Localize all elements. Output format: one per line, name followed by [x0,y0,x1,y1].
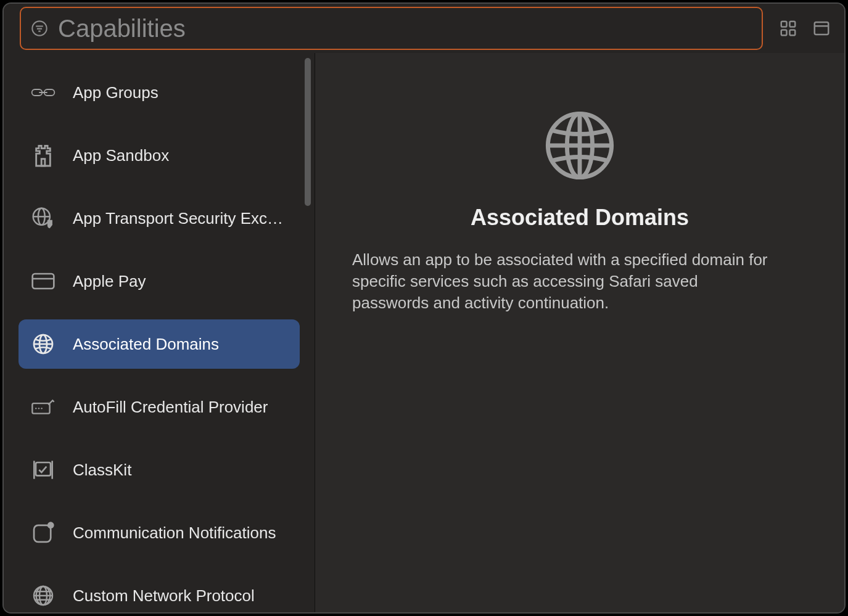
svg-rect-7 [790,30,796,36]
svg-point-25 [41,408,42,409]
classkit-icon [31,458,56,482]
svg-rect-26 [36,462,51,475]
sidebar-item-autofill-credential[interactable]: AutoFill Credential Provider [19,382,300,432]
capabilities-list[interactable]: App Groups App Sandbox [4,53,315,612]
grid-view-icon[interactable] [778,18,799,39]
svg-point-24 [38,408,39,409]
sidebar-item-label: Apple Pay [73,272,287,291]
panel-view-icon[interactable] [811,18,832,39]
detail-title: Associated Domains [471,205,689,231]
svg-rect-6 [781,30,787,36]
filter-icon [30,18,49,38]
svg-point-23 [35,408,36,409]
svg-rect-17 [33,274,54,289]
svg-rect-8 [815,22,829,35]
sidebar-item-label: App Transport Security Exce… [73,209,287,228]
sidebar-item-label: AutoFill Credential Provider [73,398,287,417]
credit-card-icon [31,269,56,294]
globe-icon [543,109,617,183]
svg-rect-13 [41,159,45,166]
notification-app-icon [31,520,56,545]
sidebar-container: App Groups App Sandbox [4,53,315,612]
svg-point-30 [47,522,54,528]
header-view-toggles [772,18,832,39]
header-bar [4,4,844,53]
globe-shield-icon [31,206,56,231]
sidebar-item-app-transport-security[interactable]: App Transport Security Exce… [19,194,300,243]
capabilities-window: App Groups App Sandbox [2,2,846,614]
sidebar-item-app-sandbox[interactable]: App Sandbox [19,131,300,180]
detail-description: Allows an app to be associated with a sp… [352,249,778,314]
link-icon [31,80,56,105]
sidebar-item-apple-pay[interactable]: Apple Pay [19,257,300,306]
sidebar-item-label: Communication Notifications [73,524,287,543]
sidebar-item-label: Custom Network Protocol [73,586,287,606]
sidebar-item-label: ClassKit [73,461,287,480]
sidebar-item-app-groups[interactable]: App Groups [19,68,300,117]
sidebar-item-associated-domains[interactable]: Associated Domains [19,319,300,369]
autofill-icon [31,395,56,419]
body: App Groups App Sandbox [4,53,844,612]
sidebar-scrollbar[interactable] [305,58,311,206]
search-input[interactable] [58,8,753,49]
detail-pane: Associated Domains Allows an app to be a… [315,53,844,612]
castle-icon [31,143,56,168]
globe-icon [31,332,56,356]
sidebar-item-communication-notifications[interactable]: Communication Notifications [19,508,300,557]
sidebar-item-classkit[interactable]: ClassKit [19,445,300,495]
sidebar-item-label: App Sandbox [73,146,287,165]
sidebar-item-custom-network-protocol[interactable]: Custom Network Protocol [19,571,300,612]
search-field[interactable] [20,7,763,50]
globe-network-icon [31,583,56,608]
svg-rect-29 [34,525,51,542]
sidebar-item-label: App Groups [73,83,287,102]
sidebar-item-label: Associated Domains [73,335,287,354]
svg-rect-4 [781,22,787,27]
svg-rect-5 [790,22,796,27]
